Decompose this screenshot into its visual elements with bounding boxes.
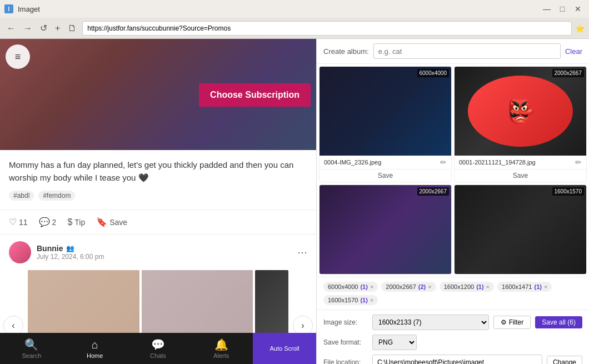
filter-button[interactable]: ⚙ Filter bbox=[493, 316, 531, 329]
filter-icon: ⚙ bbox=[501, 318, 507, 326]
maximize-button[interactable]: □ bbox=[556, 3, 569, 14]
edit-icon-1[interactable]: ✏ bbox=[440, 158, 447, 167]
clear-button[interactable]: Clear bbox=[565, 47, 582, 56]
post-actions: ♡ 11 💬 2 $ Tip 🔖 Save bbox=[0, 210, 316, 235]
nav-alerts[interactable]: 🔔 Alerts bbox=[189, 333, 253, 364]
post-tags: #abdl #femdom bbox=[9, 191, 307, 201]
likes-count: 11 bbox=[19, 218, 28, 227]
like-icon: ♡ bbox=[9, 217, 17, 227]
forward-button[interactable]: → bbox=[21, 22, 34, 34]
bookmark-button[interactable]: ⭐ bbox=[575, 24, 585, 33]
address-bar: ← → ↺ + 🗋 ⭐ bbox=[0, 18, 589, 39]
filename-1: 0004-IMG_2326.jpeg bbox=[324, 159, 440, 166]
minimize-button[interactable]: — bbox=[540, 3, 553, 14]
alerts-icon: 🔔 bbox=[214, 338, 228, 351]
image-size-label: Image size: bbox=[323, 318, 368, 326]
nav-home-label: Home bbox=[87, 352, 103, 359]
format-row: Save format: PNG bbox=[323, 335, 582, 350]
file-location-input[interactable] bbox=[372, 355, 542, 364]
post-user: Bunnie 👥 July 12, 2024, 6:00 pm bbox=[9, 241, 104, 263]
image-resolution-1: 6000x4000 bbox=[417, 69, 450, 77]
post-text: Mommy has a fun day planned, let's get y… bbox=[9, 159, 307, 184]
title-bar-left: I Imaget bbox=[4, 4, 40, 13]
image-resolution-3: 2000x2667 bbox=[417, 187, 450, 196]
tag-abdl[interactable]: #abdl bbox=[9, 191, 34, 201]
tip-action[interactable]: $ Tip bbox=[67, 217, 85, 227]
nav-chats-label: Chats bbox=[150, 352, 166, 359]
comments-count: 2 bbox=[52, 218, 57, 227]
chip-4[interactable]: 1600x1471 (1) × bbox=[497, 282, 552, 292]
save-icon: 🔖 bbox=[96, 217, 107, 227]
app-title: Imaget bbox=[18, 5, 40, 13]
image-card-4: 1600x1570 bbox=[454, 185, 587, 275]
tip-label: Tip bbox=[74, 218, 85, 227]
image-info-2: 0001-20211121_194728.jpg ✏ bbox=[455, 156, 586, 169]
comment-action[interactable]: 💬 2 bbox=[39, 217, 57, 227]
back-button[interactable]: ← bbox=[4, 22, 18, 34]
window-controls: — □ ✕ bbox=[540, 3, 585, 14]
save-all-button[interactable]: Save all (6) bbox=[535, 316, 582, 328]
chip-3[interactable]: 1600x1200 (1) × bbox=[440, 282, 494, 292]
format-select[interactable]: PNG bbox=[372, 335, 417, 350]
nav-search-label: Search bbox=[22, 352, 41, 359]
carousel-image-1 bbox=[28, 270, 139, 333]
nav-home[interactable]: ⌂ Home bbox=[63, 333, 127, 364]
bottom-nav: 🔍 Search ⌂ Home 💬 Chats 🔔 Alerts Auto Sc… bbox=[0, 333, 316, 364]
carousel-image-3 bbox=[255, 270, 288, 333]
chip-5[interactable]: 1600x1570 (1) × bbox=[323, 295, 378, 305]
username-text: Bunnie bbox=[37, 244, 63, 253]
verified-icon: 👥 bbox=[66, 245, 74, 252]
hero-image: ≡ Choose Subscription bbox=[0, 39, 316, 150]
choose-subscription-button[interactable]: Choose Subscription bbox=[199, 83, 311, 107]
auto-scroll-label: Auto Scroll bbox=[269, 345, 299, 352]
avatar bbox=[9, 241, 31, 263]
image-card-2: 👺 2000x2667 0001-20211121_194728.jpg ✏ S… bbox=[454, 66, 587, 182]
file-location-label: File location: bbox=[323, 358, 368, 364]
nav-chats[interactable]: 💬 Chats bbox=[127, 333, 190, 364]
bottom-controls: Image size: 1600x2133 (7) ⚙ Filter Save … bbox=[317, 310, 589, 364]
save-button-1[interactable]: Save bbox=[320, 169, 451, 182]
close-button[interactable]: ✕ bbox=[571, 3, 585, 14]
size-row: Image size: 1600x2133 (7) ⚙ Filter Save … bbox=[323, 315, 582, 330]
user-info: Bunnie 👥 July 12, 2024, 6:00 pm bbox=[37, 244, 104, 261]
image-resolution-2: 2000x2667 bbox=[552, 69, 585, 77]
menu-icon: ≡ bbox=[15, 51, 21, 63]
image-grid: 6000x4000 0004-IMG_2326.jpeg ✏ Save 👺 20… bbox=[317, 64, 589, 277]
change-button[interactable]: Change bbox=[547, 356, 582, 364]
tip-icon: $ bbox=[67, 217, 72, 227]
save-button-2[interactable]: Save bbox=[455, 169, 586, 182]
tag-femdom[interactable]: #femdom bbox=[38, 191, 75, 201]
album-input[interactable] bbox=[373, 43, 561, 59]
menu-button[interactable]: ≡ bbox=[6, 44, 30, 69]
post-date: July 12, 2024, 6:00 pm bbox=[37, 253, 104, 261]
address-input[interactable] bbox=[82, 21, 572, 36]
like-action[interactable]: ♡ 11 bbox=[9, 217, 28, 227]
left-panel: ≡ Choose Subscription Mommy has a fun da… bbox=[0, 39, 317, 364]
refresh-button[interactable]: ↺ bbox=[38, 22, 49, 34]
filter-label: Filter bbox=[509, 318, 524, 326]
more-options-button[interactable]: ⋯ bbox=[297, 246, 307, 258]
carousel-prev-button[interactable]: ‹ bbox=[3, 316, 23, 333]
comment-icon: 💬 bbox=[39, 217, 50, 227]
image-thumb-2: 👺 2000x2667 bbox=[455, 67, 586, 156]
post-content: Mommy has a fun day planned, let's get y… bbox=[0, 150, 316, 210]
page-icon-button[interactable]: 🗋 bbox=[66, 22, 79, 34]
auto-scroll-button[interactable]: Auto Scroll bbox=[253, 333, 316, 364]
title-bar: I Imaget — □ ✕ bbox=[0, 0, 589, 18]
nav-search[interactable]: 🔍 Search bbox=[0, 333, 63, 364]
image-card-3: 2000x2667 bbox=[319, 185, 452, 275]
post-with-images: Bunnie 👥 July 12, 2024, 6:00 pm ⋯ ‹ › bbox=[0, 235, 316, 333]
chip-2[interactable]: 2000x2667 (2) × bbox=[381, 282, 436, 292]
carousel-images bbox=[0, 270, 316, 333]
new-tab-button[interactable]: + bbox=[53, 22, 62, 34]
chip-1[interactable]: 6000x4000 (1) × bbox=[323, 282, 378, 292]
image-size-select[interactable]: 1600x2133 (7) bbox=[372, 315, 489, 330]
carousel-next-button[interactable]: › bbox=[293, 316, 313, 333]
image-thumb-1: 6000x4000 bbox=[320, 67, 451, 156]
save-label: Save bbox=[109, 218, 127, 227]
main-area: ≡ Choose Subscription Mommy has a fun da… bbox=[0, 39, 589, 364]
nav-alerts-label: Alerts bbox=[213, 352, 229, 359]
save-action[interactable]: 🔖 Save bbox=[96, 217, 127, 227]
edit-icon-2[interactable]: ✏ bbox=[575, 158, 582, 167]
image-info-1: 0004-IMG_2326.jpeg ✏ bbox=[320, 156, 451, 169]
